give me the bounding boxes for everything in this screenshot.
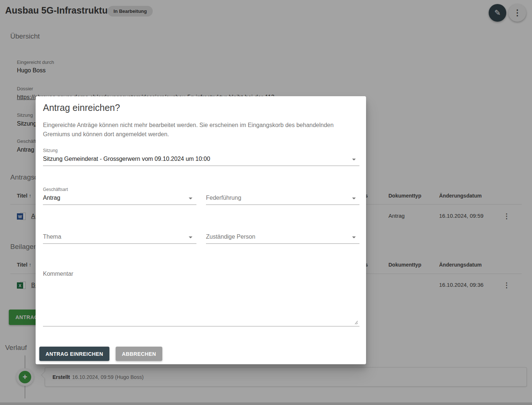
app-window: Ausbau 5G-Infrastruktur In Bearbeitung ✎…: [0, 0, 532, 405]
sitzung-select[interactable]: Sitzung Gemeinderat - Grossgerwern vom 0…: [43, 156, 210, 162]
field-underline: [43, 166, 359, 166]
chevron-down-icon[interactable]: [189, 198, 192, 199]
chevron-down-icon[interactable]: [352, 198, 356, 199]
resize-handle-icon[interactable]: [354, 320, 358, 325]
zustaendige-person-select[interactable]: Zuständige Person: [206, 234, 255, 240]
thema-select[interactable]: Thema: [43, 234, 61, 240]
chevron-down-icon[interactable]: [352, 236, 356, 238]
antrag-einreichen-dialog: Antrag einreichen? Eingereichte Anträge …: [36, 96, 366, 364]
chevron-down-icon[interactable]: [189, 236, 192, 238]
dialog-description: Eingereichte Anträge können nicht mehr b…: [43, 120, 359, 139]
geschaeftsart-select[interactable]: Antrag: [43, 195, 60, 201]
field-underline: [43, 243, 196, 244]
chevron-down-icon[interactable]: [352, 159, 356, 160]
federfuehrung-select[interactable]: Federführung: [206, 195, 241, 201]
kommentar-textarea[interactable]: [43, 271, 359, 325]
dialog-title: Antrag einreichen?: [43, 102, 120, 113]
field-underline: [206, 243, 359, 244]
field-underline: [43, 205, 196, 205]
geschaeftsart-select-label: Geschäftsart: [43, 187, 68, 192]
field-underline: [43, 326, 359, 326]
field-underline: [206, 205, 359, 205]
cancel-button[interactable]: ABBRECHEN: [116, 347, 162, 361]
submit-antrag-button[interactable]: ANTRAG EINREICHEN: [39, 347, 109, 361]
sitzung-select-label: Sitzung: [43, 148, 58, 153]
